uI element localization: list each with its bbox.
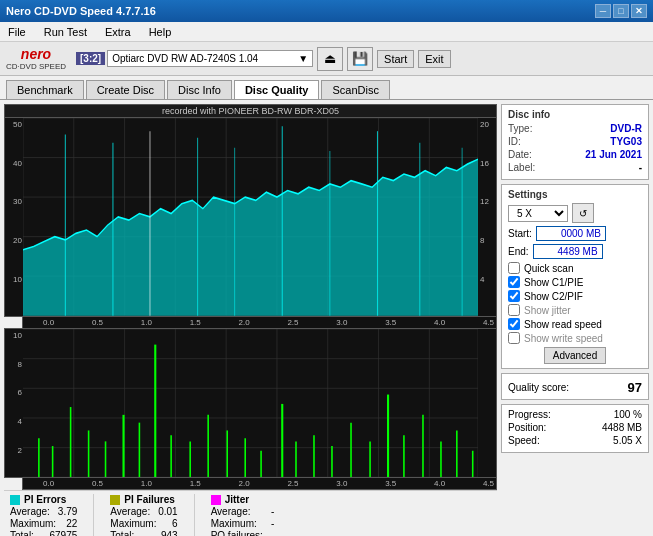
type-label: Type:: [508, 123, 532, 134]
id-label: ID:: [508, 136, 521, 147]
pi-errors-color: [10, 495, 20, 505]
pi-failures-label: PI Failures: [124, 494, 175, 505]
quick-scan-label: Quick scan: [524, 263, 573, 274]
maximize-button[interactable]: □: [613, 4, 629, 18]
jitter-avg-value: -: [271, 506, 274, 517]
minimize-button[interactable]: ─: [595, 4, 611, 18]
jitter-color: [211, 495, 221, 505]
bottom-x-axis: 0.0 0.5 1.0 1.5 2.0 2.5 3.0 3.5 4.0 4.5: [22, 478, 497, 490]
dropdown-arrow: ▼: [298, 53, 308, 64]
menu-runtest[interactable]: Run Test: [40, 24, 91, 40]
speed-label: Speed:: [508, 435, 540, 446]
start-label: Start:: [508, 228, 532, 239]
show-c2pif-checkbox[interactable]: [508, 290, 520, 302]
settings-panel: Settings 5 X 4 X 8 X ↺ Start: End: Quick: [501, 184, 649, 369]
progress-label: Progress:: [508, 409, 551, 420]
tab-benchmark[interactable]: Benchmark: [6, 80, 84, 99]
menubar: File Run Test Extra Help: [0, 22, 653, 42]
show-jitter-checkbox[interactable]: [508, 304, 520, 316]
pi-failures-total-label: Total:: [110, 530, 134, 536]
eject-button[interactable]: ⏏: [317, 47, 343, 71]
menu-file[interactable]: File: [4, 24, 30, 40]
pi-errors-total-value: 67975: [50, 530, 78, 536]
tab-disc-quality[interactable]: Disc Quality: [234, 80, 320, 99]
tab-create-disc[interactable]: Create Disc: [86, 80, 165, 99]
bottom-y-axis: 10 8 6 4 2: [5, 329, 23, 477]
end-input[interactable]: [533, 244, 603, 259]
pi-errors-label: PI Errors: [24, 494, 66, 505]
pi-errors-avg-label: Average:: [10, 506, 50, 517]
tab-disc-info[interactable]: Disc Info: [167, 80, 232, 99]
jitter-stats: Jitter Average: - Maximum: - PO failures…: [211, 494, 275, 536]
end-label: End:: [508, 246, 529, 257]
position-value: 4488 MB: [602, 422, 642, 433]
drive-select: [3:2] Optiarc DVD RW AD-7240S 1.04 ▼: [76, 50, 313, 67]
date-value: 21 Jun 2021: [585, 149, 642, 160]
disc-label-label: Label:: [508, 162, 535, 173]
quick-scan-checkbox[interactable]: [508, 262, 520, 274]
drive-label: Optiarc DVD RW AD-7240S 1.04: [112, 53, 258, 64]
quality-panel: Quality score: 97: [501, 373, 649, 400]
progress-value: 100 %: [614, 409, 642, 420]
tabs: Benchmark Create Disc Disc Info Disc Qua…: [0, 76, 653, 100]
show-read-speed-checkbox[interactable]: [508, 318, 520, 330]
titlebar: Nero CD-DVD Speed 4.7.7.16 ─ □ ✕: [0, 0, 653, 22]
nero-logo-text: nero: [21, 46, 51, 62]
jitter-max-value: -: [271, 518, 274, 529]
quality-score-value: 97: [628, 380, 642, 395]
pi-errors-avg-value: 3.79: [58, 506, 77, 517]
date-label: Date:: [508, 149, 532, 160]
pi-failures-max-value: 6: [172, 518, 178, 529]
top-chart-svg: [23, 118, 478, 316]
type-value: DVD-R: [610, 123, 642, 134]
bottom-chart-svg: [23, 329, 478, 477]
disc-label-value: -: [639, 162, 642, 173]
refresh-button[interactable]: ↺: [572, 203, 594, 223]
menu-help[interactable]: Help: [145, 24, 176, 40]
jitter-label: Jitter: [225, 494, 249, 505]
pi-failures-avg-label: Average:: [110, 506, 150, 517]
titlebar-title: Nero CD-DVD Speed 4.7.7.16: [6, 5, 156, 17]
drive-badge: [3:2]: [76, 52, 105, 65]
pi-failures-color: [110, 495, 120, 505]
stats-bar: PI Errors Average: 3.79 Maximum: 22 Tota…: [4, 490, 497, 536]
pi-failures-total-value: 943: [161, 530, 178, 536]
right-panel: Disc info Type: DVD-R ID: TYG03 Date: 21…: [501, 104, 649, 536]
menu-extra[interactable]: Extra: [101, 24, 135, 40]
settings-title: Settings: [508, 189, 642, 200]
save-button[interactable]: 💾: [347, 47, 373, 71]
jitter-avg-label: Average:: [211, 506, 251, 517]
po-failures-value: -: [271, 530, 274, 536]
exit-button[interactable]: Exit: [418, 50, 450, 68]
show-c2pif-label: Show C2/PIF: [524, 291, 583, 302]
start-input[interactable]: [536, 226, 606, 241]
speed-value: 5.05 X: [613, 435, 642, 446]
pi-errors-max-label: Maximum:: [10, 518, 56, 529]
start-button[interactable]: Start: [377, 50, 414, 68]
tab-scan-disc[interactable]: ScanDisc: [321, 80, 389, 99]
nero-product-text: CD·DVD SPEED: [6, 62, 66, 71]
disc-info-panel: Disc info Type: DVD-R ID: TYG03 Date: 21…: [501, 104, 649, 180]
svg-marker-16: [23, 159, 478, 316]
drive-dropdown[interactable]: Optiarc DVD RW AD-7240S 1.04 ▼: [107, 50, 313, 67]
pi-errors-max-value: 22: [66, 518, 77, 529]
show-c1pie-checkbox[interactable]: [508, 276, 520, 288]
jitter-max-label: Maximum:: [211, 518, 257, 529]
speed-select[interactable]: 5 X 4 X 8 X: [508, 205, 568, 222]
bottom-y2-axis: [478, 329, 496, 477]
quality-score-label: Quality score:: [508, 382, 569, 393]
top-y-axis: 50 40 30 20 10: [5, 118, 23, 316]
show-write-speed-checkbox[interactable]: [508, 332, 520, 344]
main-content: recorded with PIONEER BD-RW BDR-XD05 50 …: [0, 100, 653, 536]
progress-panel: Progress: 100 % Position: 4488 MB Speed:…: [501, 404, 649, 453]
pi-errors-stats: PI Errors Average: 3.79 Maximum: 22 Tota…: [10, 494, 77, 536]
show-read-speed-label: Show read speed: [524, 319, 602, 330]
disc-info-title: Disc info: [508, 109, 642, 120]
pi-failures-max-label: Maximum:: [110, 518, 156, 529]
close-button[interactable]: ✕: [631, 4, 647, 18]
id-value: TYG03: [610, 136, 642, 147]
po-failures-label: PO failures:: [211, 530, 263, 536]
top-x-axis: 0.0 0.5 1.0 1.5 2.0 2.5 3.0 3.5 4.0 4.5: [22, 317, 497, 328]
advanced-button[interactable]: Advanced: [544, 347, 606, 364]
toolbar: nero CD·DVD SPEED [3:2] Optiarc DVD RW A…: [0, 42, 653, 76]
